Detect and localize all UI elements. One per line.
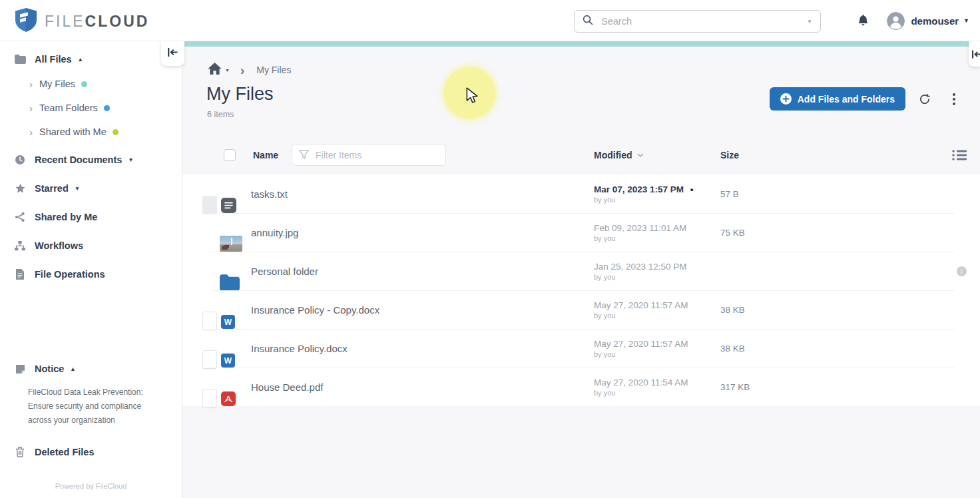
file-row-annuity-jpg[interactable]: annuity.jpgFeb 09, 2023 11:01 AMby you75…	[182, 213, 980, 252]
modified-by: by you	[594, 196, 720, 204]
file-modified: May 27, 2020 11:57 AMby you	[594, 300, 720, 320]
more-options-button[interactable]	[944, 89, 964, 109]
status-dot	[113, 129, 119, 135]
refresh-button[interactable]	[915, 89, 935, 109]
toolbar-actions: Add Files and Folders	[770, 87, 964, 111]
sidebar-item-label: Shared by Me	[35, 212, 97, 222]
status-dot	[104, 105, 110, 111]
file-modified: Feb 09, 2023 11:01 AMby you	[594, 223, 720, 242]
file-name[interactable]: Personal folder	[251, 266, 594, 277]
accent-bar	[184, 41, 969, 47]
share-icon	[14, 212, 26, 222]
refresh-icon	[919, 93, 931, 105]
home-icon	[208, 63, 222, 77]
size-column-header[interactable]: Size	[720, 150, 927, 160]
top-header: FILECLOUD ▼ demouser ▼	[0, 0, 980, 41]
page-title: My Files	[206, 84, 274, 105]
file-row-personal-folder[interactable]: Personal folderJan 25, 2023 12:50 PMby y…	[182, 252, 980, 290]
file-row-insurance-policy-docx[interactable]: WInsurance Policy.docxMay 27, 2020 11:57…	[182, 329, 980, 368]
file-name[interactable]: annuity.jpg	[251, 227, 594, 238]
sidebar-item-team-folders[interactable]: ›Team Folders	[0, 96, 182, 120]
file-size: 38 KB	[720, 305, 927, 315]
file-modified: May 27, 2020 11:57 AMby you	[594, 339, 720, 358]
add-files-button[interactable]: Add Files and Folders	[770, 87, 905, 111]
file-name[interactable]: Insurance Policy.docx	[251, 343, 594, 354]
sidebar-item-label: Workflows	[35, 240, 83, 251]
sidebar-item-recent-documents[interactable]: Recent Documents▼	[0, 147, 182, 172]
clock-icon	[14, 154, 26, 165]
caret-up-icon: ▲	[70, 366, 75, 372]
user-avatar[interactable]	[887, 12, 905, 30]
sitemap-icon	[14, 241, 26, 251]
chevron-right-icon: ›	[29, 79, 33, 89]
chevron-right-icon: ›	[29, 127, 33, 137]
breadcrumb-current[interactable]: My Files	[256, 65, 291, 75]
sidebar: All Files▲›My Files›Team Folders›Shared …	[0, 41, 182, 498]
file-modified: May 27, 2020 11:54 AMby you	[594, 377, 720, 397]
file-list: tasks.txtMar 07, 2023 1:57 PM •by you57 …	[182, 174, 980, 406]
file-row-tasks-txt[interactable]: tasks.txtMar 07, 2023 1:57 PM •by you57 …	[182, 174, 980, 213]
sidebar-item-deleted-files[interactable]: Deleted Files	[0, 439, 182, 465]
sidebar-item-label: File Operations	[35, 269, 105, 280]
search-input[interactable]	[601, 16, 802, 27]
file-name[interactable]: House Deed.pdf	[251, 381, 594, 393]
sidebar-item-shared-with-me[interactable]: ›Shared with Me	[0, 120, 182, 144]
breadcrumb-home-button[interactable]: ▼	[208, 63, 230, 77]
mouse-cursor	[464, 87, 481, 107]
select-all-checkbox[interactable]	[224, 149, 236, 161]
caret-down-icon: ▼	[128, 156, 133, 163]
sidebar-item-shared-by-me[interactable]: Shared by Me	[0, 204, 182, 230]
add-files-button-label: Add Files and Folders	[798, 94, 895, 105]
collapse-right-icon	[971, 49, 980, 59]
username-label[interactable]: demouser	[911, 15, 959, 27]
sort-caret-icon	[637, 153, 644, 157]
collapse-left-icon	[167, 47, 178, 60]
file-size: 75 KB	[720, 228, 927, 238]
sidebar-item-notice[interactable]: Notice ▲	[0, 356, 182, 381]
sidebar-item-label: All Files	[35, 54, 72, 65]
file-size: 317 KB	[720, 382, 927, 392]
funnel-icon	[299, 150, 309, 160]
modified-by: by you	[594, 389, 720, 397]
logo-text: FILECLOUD	[45, 13, 149, 31]
modified-column-header[interactable]: Modified	[594, 150, 720, 160]
file-name[interactable]: Insurance Policy - Copy.docx	[251, 304, 594, 316]
right-panel-toggle-button[interactable]	[969, 41, 980, 67]
sidebar-item-label: My Files	[39, 79, 75, 89]
folder-icon	[14, 55, 26, 64]
filecloud-shield-icon	[15, 7, 37, 35]
chevron-right-icon: ›	[29, 103, 33, 113]
status-dot	[81, 81, 87, 87]
modified-by: by you	[594, 312, 720, 320]
filecloud-logo[interactable]: FILECLOUD	[15, 7, 149, 35]
sidebar-item-workflows[interactable]: Workflows	[0, 233, 182, 258]
user-menu-caret-icon[interactable]: ▼	[963, 17, 969, 24]
file-name[interactable]: tasks.txt	[251, 188, 594, 200]
sidebar-item-label: Deleted Files	[35, 447, 94, 457]
breadcrumb-separator-icon: ›	[240, 64, 244, 77]
file-size: 57 B	[720, 189, 927, 199]
search-caret-icon[interactable]: ▼	[807, 19, 812, 25]
sidebar-item-all-files[interactable]: All Files▲	[0, 47, 182, 72]
file-row-insurance-policy-copy-docx[interactable]: WInsurance Policy - Copy.docxMay 27, 202…	[182, 290, 980, 329]
search-bar[interactable]: ▼	[574, 10, 821, 33]
info-icon[interactable]: i	[957, 266, 967, 276]
name-column-header[interactable]: Name	[253, 150, 292, 160]
view-toggle[interactable]	[927, 149, 967, 161]
modified-by: by you	[594, 234, 720, 242]
table-header: Name Modified Size	[182, 140, 980, 170]
notice-message: FileCloud Data Leak Prevention: Ensure s…	[0, 381, 182, 434]
sidebar-collapse-button[interactable]	[161, 41, 184, 66]
filter-input[interactable]	[316, 150, 439, 160]
breadcrumb: ▼ › My Files	[208, 63, 291, 77]
sidebar-item-file-operations[interactable]: File Operations	[0, 262, 182, 287]
search-icon	[583, 15, 593, 28]
file-size: 38 KB	[720, 344, 927, 354]
sidebar-item-starred[interactable]: Starred▼	[0, 176, 182, 201]
sidebar-item-my-files[interactable]: ›My Files	[0, 72, 182, 96]
file-modified: Mar 07, 2023 1:57 PM •by you	[594, 184, 720, 204]
filter-box[interactable]	[292, 144, 446, 166]
notifications-bell-icon[interactable]	[857, 14, 869, 27]
sidebar-item-label: Team Folders	[39, 103, 98, 113]
file-row-house-deed-pdf[interactable]: House Deed.pdfMay 27, 2020 11:54 AMby yo…	[182, 368, 980, 406]
